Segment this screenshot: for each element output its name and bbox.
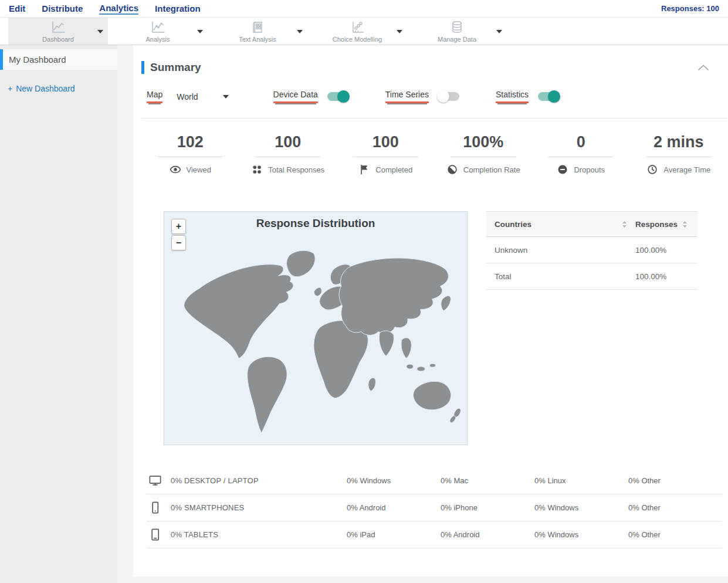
toolbar-label: Dashboard bbox=[42, 36, 74, 43]
chevron-down-icon[interactable] bbox=[197, 30, 203, 33]
nav-integration[interactable]: Integration bbox=[155, 4, 201, 14]
map-region-select[interactable]: World bbox=[177, 92, 198, 101]
stat-viewed: 102 Viewed bbox=[141, 133, 239, 178]
response-distribution-map[interactable]: Response Distribution + − bbox=[164, 211, 468, 445]
time-series-toggle[interactable] bbox=[438, 92, 459, 101]
responses-column-header[interactable]: Responses bbox=[635, 220, 689, 229]
collapse-section-button[interactable] bbox=[698, 65, 709, 70]
database-icon bbox=[450, 20, 464, 34]
device-stat: 0% Windows bbox=[347, 476, 441, 485]
device-stat: 0% Mac bbox=[441, 476, 534, 485]
countries-table-header: Countries Responses bbox=[486, 211, 697, 237]
section-accent-bar bbox=[141, 61, 144, 74]
stat-value: 100% bbox=[435, 133, 533, 151]
toolbar-dashboard[interactable]: Dashboard bbox=[8, 18, 108, 45]
device-stat: 0% Other bbox=[628, 503, 722, 512]
device-stat: 0% Android bbox=[441, 530, 534, 539]
world-map[interactable] bbox=[164, 212, 467, 445]
responses-count: Responses: 100 bbox=[661, 4, 719, 13]
device-data-label: Device Data bbox=[273, 90, 318, 103]
sort-icon[interactable] bbox=[622, 221, 627, 228]
chevron-down-icon[interactable] bbox=[223, 95, 229, 99]
chevron-up-icon bbox=[698, 65, 709, 70]
chevron-down-icon[interactable] bbox=[97, 30, 103, 33]
table-row: 0% DESKTOP / LAPTOP 0% Windows 0% Mac 0%… bbox=[147, 467, 722, 494]
nav-distribute[interactable]: Distribute bbox=[42, 4, 83, 14]
responses-cell: 100.00% bbox=[635, 272, 689, 281]
toolbar-manage-data[interactable]: Manage Data bbox=[407, 18, 507, 45]
sort-icon[interactable] bbox=[682, 221, 688, 228]
statistics-label: Statistics bbox=[496, 90, 529, 103]
nav-edit[interactable]: Edit bbox=[9, 4, 25, 14]
stat-completed: 100 Completed bbox=[337, 133, 435, 178]
device-category-label: 0% DESKTOP / LAPTOP bbox=[171, 476, 347, 485]
stat-value: 0 bbox=[532, 133, 630, 151]
responses-cell: 100.00% bbox=[635, 246, 689, 255]
toolbar-label: Analysis bbox=[146, 36, 170, 43]
clock-icon bbox=[646, 164, 658, 175]
plus-icon: + bbox=[8, 84, 12, 93]
table-row: 0% SMARTPHONES 0% Android 0% iPhone 0% W… bbox=[147, 494, 722, 521]
sidebar-item-my-dashboard[interactable]: My Dashboard bbox=[0, 49, 117, 70]
summary-card: Summary Map World Device Data Time Serie… bbox=[133, 45, 728, 577]
map-zoom-controls: + − bbox=[171, 219, 186, 250]
countries-column-header[interactable]: Countries bbox=[495, 220, 627, 229]
desktop-icon bbox=[147, 474, 163, 487]
toggle-knob bbox=[548, 90, 560, 103]
map-label: Map bbox=[147, 90, 162, 103]
page-title: Summary bbox=[150, 61, 201, 74]
device-stat: 0% Android bbox=[347, 503, 441, 512]
toolbar-analysis[interactable]: Analysis bbox=[108, 18, 208, 45]
countries-column-label: Countries bbox=[495, 220, 531, 229]
device-data-toggle[interactable] bbox=[327, 92, 348, 101]
chevron-down-icon[interactable] bbox=[297, 30, 303, 33]
device-stat: 0% Windows bbox=[534, 503, 628, 512]
toggle-knob bbox=[437, 90, 449, 103]
responses-column-label: Responses bbox=[635, 220, 678, 229]
device-data-control: Device Data bbox=[273, 90, 348, 103]
toggle-knob bbox=[337, 90, 350, 103]
device-category-label: 0% TABLETS bbox=[171, 530, 347, 539]
toolbar-text-analysis[interactable]: Text Analysis bbox=[208, 18, 307, 45]
countries-table: Countries Responses Unknown 100.00% T bbox=[486, 211, 697, 445]
divider bbox=[646, 157, 712, 157]
stat-value: 100 bbox=[337, 133, 435, 151]
zoom-in-button[interactable]: + bbox=[171, 219, 186, 234]
statistics-control: Statistics bbox=[496, 90, 559, 103]
sidebar-item-label: My Dashboard bbox=[9, 55, 66, 65]
statistics-toggle[interactable] bbox=[538, 92, 559, 101]
eye-icon bbox=[170, 164, 181, 175]
chevron-down-icon[interactable] bbox=[397, 30, 402, 33]
map-section: Response Distribution + − Countries Resp… bbox=[141, 211, 727, 445]
toolbar-choice-modelling[interactable]: Choice Modelling bbox=[307, 18, 407, 45]
time-series-control: Time Series bbox=[385, 90, 459, 103]
device-data-table: 0% DESKTOP / LAPTOP 0% Windows 0% Mac 0%… bbox=[141, 467, 727, 548]
device-stat: 0% Other bbox=[628, 476, 722, 485]
time-series-label: Time Series bbox=[385, 90, 429, 103]
dashboard-sidebar: My Dashboard + New Dashboard bbox=[0, 45, 117, 583]
device-category-label: 0% SMARTPHONES bbox=[171, 503, 347, 512]
stat-value: 2 mins bbox=[630, 133, 728, 151]
device-stat: 0% Linux bbox=[534, 476, 628, 485]
stat-average-time: 2 mins Average Time bbox=[630, 133, 728, 178]
table-row: Total 100.00% bbox=[486, 263, 697, 290]
chevron-down-icon[interactable] bbox=[496, 30, 502, 33]
stat-dropouts: 0 Dropouts bbox=[532, 133, 630, 178]
stat-total-responses: 100 Total Responses bbox=[239, 133, 337, 178]
nav-analytics[interactable]: Analytics bbox=[99, 3, 138, 15]
main-area: Summary Map World Device Data Time Serie… bbox=[117, 45, 728, 583]
dots-grid-icon bbox=[251, 164, 263, 175]
new-dashboard-button[interactable]: + New Dashboard bbox=[8, 84, 117, 93]
document-grid-icon bbox=[250, 20, 265, 34]
smartphone-icon bbox=[147, 501, 163, 514]
stat-label: Dropouts bbox=[574, 165, 605, 174]
new-dashboard-label: New Dashboard bbox=[16, 84, 75, 93]
country-cell: Total bbox=[495, 272, 627, 281]
divider bbox=[548, 157, 614, 157]
flag-icon bbox=[358, 164, 370, 175]
stats-row: 102 Viewed 100 Total Responses bbox=[141, 133, 727, 178]
stat-label: Average Time bbox=[663, 165, 710, 174]
toolbar-label: Manage Data bbox=[438, 36, 476, 43]
stat-label: Completed bbox=[375, 165, 412, 174]
zoom-out-button[interactable]: − bbox=[171, 235, 186, 250]
